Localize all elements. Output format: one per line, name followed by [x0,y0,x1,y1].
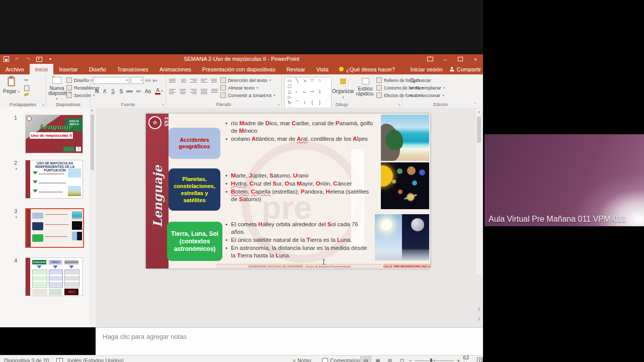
decrease-indent-icon[interactable] [190,78,197,83]
fit-slide-to-window-icon[interactable] [477,357,483,362]
textbox-planetas[interactable]: Planetas, constelaciones, estrellas y sa… [169,168,220,211]
thumbnail-slide-1[interactable]: CICLO2021-2 Lenguaje Uso de mayúsculas I… [25,115,83,153]
italic-button[interactable]: K [101,88,109,94]
find-button[interactable]: Buscar [410,77,445,83]
tab-revisar[interactable]: Revisar [281,64,310,74]
normal-view-button[interactable]: ▤ [360,356,371,362]
comments-toggle[interactable]: Comentarios [322,355,360,362]
shape-icon[interactable]: △ [286,89,293,95]
zoom-in-icon[interactable]: + [457,357,460,362]
quick-styles-button[interactable]: Estilos rápidos▾ [355,77,375,97]
change-case-button[interactable]: Aa [143,88,152,94]
reading-view-button[interactable]: ▥ [384,356,395,362]
scroll-up-icon[interactable]: ▲ [477,110,480,113]
font-dialog-launcher-icon[interactable]: ↘ [161,103,164,107]
align-left-button[interactable] [169,88,176,95]
zoom-out-icon[interactable]: − [409,357,412,362]
slide-counter[interactable]: Diapositiva 3 de 20 [4,355,49,362]
textbox-row3-bullets[interactable]: •El cometa Halley orbita alrededor del S… [225,221,372,260]
tab-presentacion[interactable]: Presentación con diapositivas [197,64,281,74]
font-color-dropdown-icon[interactable]: ▾ [161,89,163,93]
strikethrough-button[interactable]: abc [125,89,134,94]
tell-me-box[interactable]: ¿Qué desea hacer? [334,64,400,74]
shape-icon[interactable]: ▭ [286,78,293,83]
convert-smartart-button[interactable]: Convertir a SmartArt▾ [220,93,275,98]
shape-icon[interactable]: ⌙ [301,89,308,95]
clipboard-dialog-launcher-icon[interactable]: ↘ [41,103,44,107]
textbox-accidentes-geograficos[interactable]: Accidentes geográficos [169,128,220,159]
increase-font-icon[interactable]: A˄ [145,78,151,83]
notes-toggle[interactable]: ≡Notas [293,355,311,362]
format-painter-icon[interactable] [24,93,29,96]
character-spacing-button[interactable]: AV [134,89,143,94]
thumbnail-slide-2[interactable]: USO DE MAYÚSCULAS INDEPENDIENTES DE LA P… [25,160,83,199]
sun-moon-image[interactable] [375,214,429,260]
font-name-combo[interactable]: ▾ [93,77,129,84]
previous-slide-button[interactable]: ▲▲ [476,305,482,313]
solar-system-image[interactable] [381,162,429,209]
paste-button[interactable]: Pegar ▾ [3,77,20,94]
scroll-up-icon[interactable]: ▲ [91,109,94,112]
textbox-tierra-luna-sol[interactable]: Tierra, Luna, Sol (contextos astronómico… [167,222,222,261]
thumbnail-scrollbar[interactable]: ▲ [90,108,95,327]
ribbon-display-options-icon[interactable] [423,54,438,64]
slide-sorter-view-button[interactable]: ▦ [372,356,383,362]
font-size-combo[interactable]: ▾ [131,77,144,84]
increase-indent-icon[interactable] [201,78,207,83]
align-center-button[interactable] [180,88,186,95]
collapse-ribbon-icon[interactable]: ⌃ [473,102,477,107]
bullets-button[interactable] [169,78,176,83]
sign-in-link[interactable]: Iniciar sesión [411,66,443,72]
new-slide-button[interactable]: Nueva diapositiva ▾ [48,77,65,102]
close-button[interactable]: × [468,54,483,64]
decrease-font-icon[interactable]: A˅ [152,78,157,83]
shape-icon[interactable]: ▢ [286,83,293,89]
thumbnail-slide-3-selected[interactable] [25,208,84,248]
minimize-button[interactable]: – [438,54,453,64]
shape-icon[interactable]: □ [308,78,316,83]
underline-button[interactable]: S [109,88,117,94]
bold-button[interactable]: N [93,88,101,94]
notes-placeholder[interactable]: Haga clic para agregar notas [103,333,187,340]
shape-icon[interactable]: ↘ [301,78,308,83]
beach-image[interactable] [381,115,429,161]
shape-icon[interactable]: ⌐ [293,89,301,95]
textbox-row1-bullets[interactable]: •río Madre de Dios, mar Caribe, canal de… [225,120,374,143]
cut-icon[interactable]: ✂ [24,77,29,83]
arrange-button[interactable]: Organizar ▾ [332,77,354,100]
next-slide-button[interactable]: ▼▼ [476,315,482,323]
shape-icon[interactable]: ○ [316,78,324,83]
tab-inicio[interactable]: Inicio [30,64,54,74]
shape-icon[interactable]: ⇨ [308,89,316,95]
thumbnail-slide-4[interactable]: Instituciones edificios agrupaciones RIO [25,257,83,296]
tab-vista[interactable]: Vista [311,64,334,74]
textbox-row2-bullets[interactable]: •Marte, Júpiter, Saturno, Urano•Hydra, C… [225,172,375,204]
tab-animaciones[interactable]: Animaciones [154,64,197,74]
editor-scrollbar[interactable]: ▲ [476,109,482,275]
share-button[interactable]: Compartir [450,66,481,72]
align-right-button[interactable] [190,88,197,95]
replace-button[interactable]: abReemplazar▾ [410,85,445,90]
tab-archivo[interactable]: Archivo [0,64,30,74]
zoom-slider[interactable] [415,360,454,361]
slide-canvas[interactable]: pre ⚙ cepreUNI Lenguaje Accidentes geogr… [146,114,430,268]
shape-icon[interactable]: ▷ [286,95,293,100]
zoom-level[interactable]: 63 % [463,354,474,362]
justify-button[interactable] [201,88,207,95]
spellcheck-icon[interactable] [56,355,63,362]
columns-button[interactable] [211,88,218,95]
line-spacing-button[interactable] [211,78,218,83]
tab-transiciones[interactable]: Transiciones [112,64,154,74]
slideshow-view-button[interactable]: ⊡ [396,356,408,362]
restore-button[interactable] [453,54,468,64]
copy-icon[interactable] [24,85,29,91]
shape-icon[interactable]: ⇩ [316,89,324,95]
language-status[interactable]: Inglés (Estados Unidos) [67,355,123,362]
text-direction-button[interactable]: Dirección del texto▾ [220,77,275,83]
align-text-button[interactable]: Alinear texto▾ [220,85,275,90]
notes-pane[interactable]: Haga clic para agregar notas [96,327,483,355]
text-shadow-button[interactable]: S [117,88,125,94]
tab-insertar[interactable]: Insertar [53,64,83,74]
shape-icon[interactable]: ╲ [293,78,301,83]
font-color-button[interactable]: A [155,87,160,95]
